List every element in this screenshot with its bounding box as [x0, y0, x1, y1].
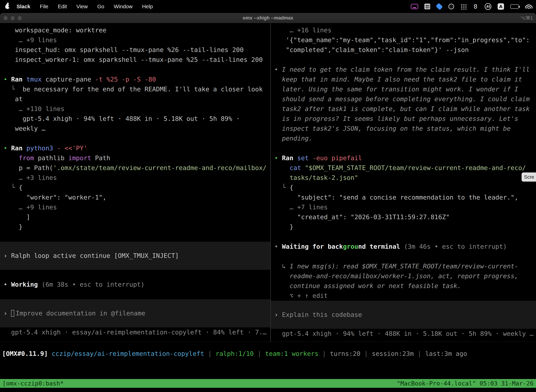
apple-menu-icon[interactable]: [5, 4, 10, 9]
text-segment: -t %25 -p -S -80: [95, 76, 156, 83]
pane-status-line: gpt-5.4 xhigh · 94% left · 488K in · 5.1…: [271, 329, 536, 339]
menu-item-edit[interactable]: Edit: [58, 4, 67, 9]
text-segment: (6m 38s • esc to interrupt): [42, 281, 144, 288]
text-segment: "subject": "send a concise recommendatio…: [274, 194, 518, 201]
terminal-line: • Ran set -euo pipefail: [271, 153, 536, 163]
text-segment: continue assigned work or next feasible …: [274, 282, 461, 289]
text-segment: I need to get the claim token from the c…: [282, 66, 530, 73]
omx-status-segment: |: [254, 350, 265, 357]
screen-recording-indicator-icon[interactable]: [411, 4, 418, 9]
text-segment: - <<'PY': [57, 145, 87, 152]
text-segment: is in progress? It seems likely but perh…: [274, 115, 518, 122]
text-segment: be necessary for the end of the README. …: [23, 85, 263, 93]
screen: SlackFileEditViewGoWindowHelp 8.61A omx …: [0, 0, 536, 392]
text-segment: pathlib: [34, 154, 68, 162]
window-titlebar[interactable]: omx --xhigh --madmax ⌥⌘1: [0, 13, 536, 23]
terminal-line: [271, 252, 536, 261]
tmux-status-bar: [omx-cczip0:bash* "MacBook-Pro-44.local"…: [0, 379, 536, 388]
text-segment: later. Using the same for transition mig…: [274, 85, 518, 93]
terminal-line: [0, 270, 270, 280]
terminal-line: [271, 232, 536, 242]
terminal-line: inspect task2's JSON, focusing on the st…: [271, 124, 536, 134]
terminal-line: [0, 65, 270, 75]
text-segment: Ralph loop active continue [OMX_TMUX_INJ…: [11, 251, 179, 261]
text-segment: Improve documentation in @filename: [16, 308, 145, 318]
menu-item-file[interactable]: File: [40, 4, 48, 9]
terminal-window: omx --xhigh --madmax ⌥⌘1 workspace_mode:…: [0, 13, 536, 392]
omx-status-segment: |: [204, 350, 215, 357]
grid-app-icon[interactable]: [425, 4, 430, 9]
text-segment: gpt-5.4 xhigh · 94% left · 488K in · 5.1…: [274, 330, 534, 337]
text-segment: •: [4, 76, 11, 83]
omx-status-segment: ralph:1/10: [215, 350, 254, 357]
menu-item-view[interactable]: View: [76, 4, 88, 9]
text-segment: }: [274, 223, 293, 230]
menu-item-window[interactable]: Window: [114, 4, 133, 9]
omx-status-segment: cczip/essay/ai-reimplementation-copyleft: [52, 350, 204, 357]
input-source-icon[interactable]: A: [498, 3, 504, 10]
terminal-line: readme-and-reco/mailbox/worker-1.json, a…: [271, 271, 536, 281]
terminal-line: … +110 lines: [0, 104, 270, 114]
terminal-line: • Ran python3 - <<'PY': [0, 143, 270, 153]
omx-status-segment: turns:20: [330, 350, 360, 357]
terminal-line: continue assigned work or next feasible …: [271, 281, 536, 291]
terminal-line: "created_at": "2026-03-31T11:59:27.816Z": [271, 212, 536, 222]
queued-input-row[interactable]: › Ralph loop active continue [OMX_TMUX_I…: [0, 242, 270, 270]
battery-icon[interactable]: [510, 5, 519, 9]
terminal-line: inspect_worker-1: omx sparkshell --tmux-…: [0, 55, 270, 65]
wifi-icon[interactable]: [525, 5, 532, 9]
text-segment: readme-and-reco/mailbox/worker-1.json, a…: [274, 272, 518, 280]
menu-item-help[interactable]: Help: [142, 4, 153, 9]
figure-eight-icon[interactable]: 8: [473, 3, 478, 10]
text-segment: •: [274, 243, 282, 250]
terminal-line: "worker": "worker-1",: [0, 192, 270, 202]
text-segment: cat: [290, 164, 305, 171]
terminal-line: [271, 55, 536, 65]
omx-status-segment: |: [360, 350, 372, 357]
menu-items: SlackFileEditViewGoWindowHelp: [17, 4, 153, 9]
terminal-line: gpt-5.4 xhigh · 94% left · 488K in · 5.1…: [0, 114, 270, 124]
terminal-line: ↳ 1 new msg(s): read $OMX_TEAM_STATE_ROO…: [271, 261, 536, 271]
text-segment: •: [274, 154, 282, 162]
menu-item-slack[interactable]: Slack: [17, 4, 30, 9]
pane-status-line: gpt-5.4 xhigh · essay/ai-reimplementatio…: [0, 327, 270, 337]
terminal-line: └ {: [271, 183, 536, 192]
text-segment: nd terminal: [358, 243, 404, 250]
terminal-line: "completed","claim_token":"claim-token"}…: [271, 45, 536, 55]
terminal-line: tasks/task-2.json": [271, 173, 536, 183]
terminal-pane-right[interactable]: … +16 lines '{"team_name":"my-team","tas…: [271, 23, 536, 342]
terminal-line: is in progress? It seems likely but perh…: [271, 114, 536, 124]
composer-suggestion[interactable]: › Explain this codebase: [271, 301, 536, 329]
menu-item-go[interactable]: Go: [97, 4, 104, 9]
text-segment: pending.: [274, 135, 312, 142]
dots-grid-icon[interactable]: [460, 4, 466, 9]
battery-percent-badge-icon[interactable]: .61: [485, 3, 491, 10]
text-segment: {: [19, 184, 23, 191]
terminal-line: pending.: [271, 134, 536, 143]
text-segment: └: [274, 184, 290, 191]
tmux-panes: workspace_mode: worktree … +9 lines insp…: [0, 23, 536, 342]
terminal-line: inspect_hud: omx sparkshell --tmux-pane …: [0, 45, 270, 55]
screen-overlay-button[interactable]: Scre: [522, 173, 536, 182]
text-segment: ›: [274, 310, 282, 320]
text-segment: Ran: [282, 154, 297, 162]
text-cursor: [11, 310, 14, 317]
terminal-line: … +9 lines: [0, 202, 270, 212]
text-segment: inspect_hud: omx sparkshell --tmux-pane …: [4, 46, 244, 53]
terminal-line: [0, 232, 270, 242]
terminal-line: cat "$OMX_TEAM_STATE_ROOT/team/review-cu…: [271, 163, 536, 173]
terminal-pane-left[interactable]: workspace_mode: worktree … +9 lines insp…: [0, 23, 270, 342]
terminal-line: '{"team_name":"my-team","task_id":"1","f…: [271, 35, 536, 45]
ring-app-icon[interactable]: [448, 4, 454, 9]
text-segment: set: [297, 154, 312, 162]
terminal-line: [271, 143, 536, 153]
text-segment: workspace_mode: worktree: [4, 27, 106, 34]
omx-status-line: [OMX#0.11.9] cczip/essay/ai-reimplementa…: [0, 349, 536, 359]
text-segment: "completed","claim_token":"claim-token"}…: [274, 46, 469, 53]
terminal-line: • I need to get the claim token from the…: [271, 65, 536, 75]
text-segment: from: [19, 154, 34, 162]
blue-app-icon[interactable]: [436, 3, 443, 10]
text-segment: -euo pipefail: [312, 154, 362, 162]
text-segment: '.omx/state/team/review-current-readme-a…: [53, 164, 267, 171]
composer-input[interactable]: › Improve documentation in @filename: [0, 299, 270, 327]
